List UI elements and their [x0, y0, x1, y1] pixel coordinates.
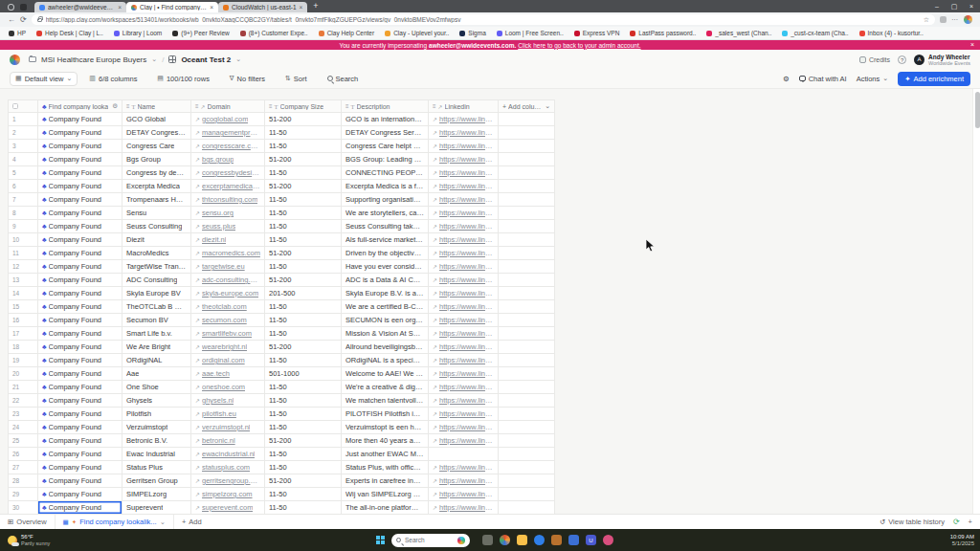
- company-size-cell[interactable]: 501-1000: [265, 367, 342, 381]
- table-row[interactable]: 19 ♣ Company Found ORdigiNAL ↗ ordiginal…: [8, 354, 555, 367]
- name-cell[interactable]: Ewac Industrial: [122, 448, 191, 461]
- name-cell[interactable]: Bgs Group: [122, 153, 191, 166]
- empty-cell[interactable]: [499, 126, 555, 140]
- row-number-cell[interactable]: 29: [8, 488, 38, 501]
- linkedin-url[interactable]: https://www.linkedin.c...: [439, 316, 494, 324]
- linkedin-url[interactable]: https://www.linkedin.c...: [439, 369, 494, 378]
- taskbar-search[interactable]: Search: [391, 534, 470, 547]
- name-cell[interactable]: Secumon BV: [122, 314, 191, 327]
- description-cell[interactable]: PILOTFISH Pilotfish is an ...: [342, 408, 429, 421]
- vertical-scrollbar[interactable]: [972, 89, 980, 514]
- linkedin-cell[interactable]: ↗ https://www.linkedin.c...: [429, 434, 499, 448]
- workspace-breadcrumb[interactable]: MSI Healthcare Europe Buyers: [41, 55, 146, 64]
- description-cell[interactable]: Experts in carefree indust...: [342, 474, 429, 488]
- linkedin-cell[interactable]: ↗ https://www.linkedin.c...: [429, 260, 499, 274]
- empty-cell[interactable]: [499, 300, 555, 314]
- empty-cell[interactable]: [499, 287, 555, 300]
- description-cell[interactable]: We are storytellers, catal...: [342, 207, 429, 220]
- empty-cell[interactable]: [499, 166, 555, 180]
- window-close-button[interactable]: ×: [963, 0, 980, 12]
- bookmark-item[interactable]: (9+) Peer Review: [172, 30, 229, 36]
- enrichment-status-cell[interactable]: ♣ Company Found: [38, 381, 122, 394]
- actions-button[interactable]: Actions ⌄: [857, 75, 888, 83]
- row-number-cell[interactable]: 8: [8, 207, 38, 220]
- table-row[interactable]: 5 ♣ Company Found Congress by design ↗ c…: [8, 166, 555, 180]
- linkedin-url[interactable]: https://www.linkedin.c...: [439, 142, 494, 150]
- description-cell[interactable]: Skyla Europe B.V. is a Du...: [342, 287, 429, 300]
- empty-cell[interactable]: [499, 434, 555, 448]
- browser-tab-3[interactable]: CloudWatch | us-east-1 ×: [218, 2, 307, 12]
- name-cell[interactable]: Seuss Consulting: [122, 220, 191, 233]
- name-cell[interactable]: Betronic B.V.: [122, 434, 191, 448]
- domain-cell[interactable]: ↗ superevent.com: [191, 501, 265, 514]
- empty-cell[interactable]: [499, 207, 555, 220]
- address-bar[interactable]: https://app.clay.com/workspaces/513401/w…: [32, 14, 935, 25]
- name-cell[interactable]: ADC Consulting: [122, 274, 191, 287]
- domain-cell[interactable]: ↗ targetwise.eu: [191, 260, 265, 274]
- enrichment-status-cell[interactable]: ♣ Company Found: [38, 421, 122, 434]
- table-title[interactable]: Oceant Test 2: [181, 55, 231, 64]
- table-row[interactable]: 7 ♣ Company Found Trompenaars Hampden-T.…: [8, 193, 555, 207]
- linkedin-cell[interactable]: ↗ https://www.linkedin.c...: [429, 354, 499, 367]
- table-row[interactable]: 1 ♣ Company Found GCO Global ↗ gcoglobal…: [8, 113, 555, 126]
- row-number-cell[interactable]: 4: [8, 153, 38, 166]
- description-cell[interactable]: ADC is a Data & AI Consu...: [342, 274, 429, 287]
- row-number-cell[interactable]: 24: [8, 421, 38, 434]
- column-header-description[interactable]: ≡ T Description: [342, 99, 429, 113]
- empty-cell[interactable]: [499, 367, 555, 381]
- table-row[interactable]: 8 ♣ Company Found Sensu ↗ sensu.org 11-5…: [8, 207, 555, 220]
- linkedin-url[interactable]: https://www.linkedin.c...: [439, 195, 494, 204]
- linkedin-cell[interactable]: ↗ https://www.linkedin.c...: [429, 448, 499, 461]
- empty-cell[interactable]: [499, 153, 555, 166]
- company-size-cell[interactable]: 11-50: [265, 233, 342, 247]
- company-size-cell[interactable]: 51-200: [265, 434, 342, 448]
- company-size-cell[interactable]: 51-200: [265, 341, 342, 354]
- linkedin-cell[interactable]: ↗ https://www.linkedin.c...: [429, 113, 499, 126]
- linkedin-cell[interactable]: ↗ https://www.linkedin.c...: [429, 153, 499, 166]
- domain-cell[interactable]: ↗ ghysels.nl: [191, 394, 265, 408]
- linkedin-url[interactable]: https://www.linkedin.c...: [439, 302, 494, 311]
- row-number-cell[interactable]: 11: [8, 247, 38, 260]
- table-row[interactable]: 15 ♣ Company Found TheOTCLab B CorpTM ↗ …: [8, 300, 555, 314]
- name-cell[interactable]: Aae: [122, 367, 191, 381]
- empty-cell[interactable]: [499, 260, 555, 274]
- domain-cell[interactable]: ↗ skyla-europe.com: [191, 287, 265, 300]
- description-cell[interactable]: Status Plus, with offices L...: [342, 461, 429, 474]
- domain-cell[interactable]: ↗ diezit.nl: [191, 233, 265, 247]
- select-all-cell[interactable]: [8, 99, 38, 113]
- enrichment-status-cell[interactable]: ♣ Company Found: [38, 341, 122, 354]
- description-cell[interactable]: ORdigiNAL is a specialise...: [342, 354, 429, 367]
- select-all-checkbox[interactable]: [12, 103, 18, 109]
- enrichment-status-cell[interactable]: ♣ Company Found: [38, 153, 122, 166]
- back-icon[interactable]: ←: [8, 15, 15, 24]
- row-number-cell[interactable]: 28: [8, 474, 38, 488]
- company-size-cell[interactable]: 51-200: [265, 153, 342, 166]
- company-size-cell[interactable]: 11-50: [265, 166, 342, 180]
- row-number-cell[interactable]: 12: [8, 260, 38, 274]
- column-header-company-size[interactable]: ≡ T Company Size: [265, 99, 342, 113]
- enrichment-status-cell[interactable]: ♣ Company Found: [38, 488, 122, 501]
- bookmark-item[interactable]: Clay - Uplevel your..: [385, 30, 449, 36]
- domain-cell[interactable]: ↗ pilotfish.eu: [191, 408, 265, 421]
- task-view-icon[interactable]: [482, 535, 493, 545]
- company-size-cell[interactable]: 11-50: [265, 448, 342, 461]
- description-cell[interactable]: Excerpta Medica is a full-...: [342, 180, 429, 193]
- active-table-tab[interactable]: ▦ ✦ Find company lookalik... ⌄: [55, 515, 174, 530]
- linkedin-cell[interactable]: ↗ https://www.linkedin.c...: [429, 314, 499, 327]
- linkedin-cell[interactable]: ↗ https://www.linkedin.c...: [429, 488, 499, 501]
- enrichment-status-cell[interactable]: ♣ Company Found: [38, 220, 122, 233]
- description-cell[interactable]: Welcome to AAE! We mo...: [342, 367, 429, 381]
- shield-u-app-icon[interactable]: U: [586, 535, 596, 545]
- view-toolbar-button[interactable]: ⇅ Sort ⌄: [285, 75, 316, 83]
- linkedin-cell[interactable]: ↗ https://www.linkedin.c...: [429, 220, 499, 233]
- bookmark-item[interactable]: HP: [9, 30, 26, 36]
- browser-tab-2-active[interactable]: Clay | • Find company lookalik.. ×: [126, 2, 218, 12]
- enrichment-status-cell[interactable]: ♣ Company Found: [38, 461, 122, 474]
- domain-cell[interactable]: ↗ ewacindustrial.nl: [191, 448, 265, 461]
- name-cell[interactable]: Skyla Europe BV: [122, 287, 191, 300]
- view-toolbar-button[interactable]: ▦ Default view ⌄: [10, 72, 78, 86]
- add-enrichment-button[interactable]: ✦ Add enrichment: [898, 72, 970, 86]
- add-table-button[interactable]: + Add: [182, 518, 202, 526]
- enrichment-status-cell[interactable]: ♣ Company Found: [38, 260, 122, 274]
- table-row[interactable]: 18 ♣ Company Found We Are Bright ↗ weare…: [8, 341, 555, 354]
